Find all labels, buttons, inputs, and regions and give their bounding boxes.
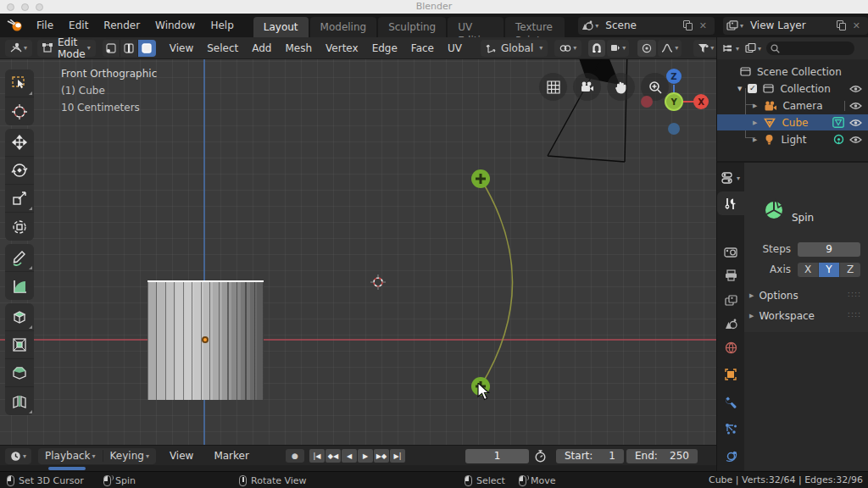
scene-copy-icon[interactable] [683,20,693,30]
tab-view-layer[interactable] [717,289,744,311]
tab-object[interactable] [717,363,744,385]
playback-menu[interactable]: Playback [38,450,103,462]
cube-expand-arrow[interactable] [753,119,757,126]
view-layer-selector[interactable]: View Layer [723,17,868,35]
jump-to-start-button[interactable]: |◀ [309,449,325,463]
collection-checkbox[interactable] [748,84,757,93]
view-layer-remove-button[interactable] [849,20,865,31]
tool-add-cube[interactable] [5,303,34,331]
tab-tool[interactable] [717,191,744,215]
outliner-row-cube[interactable]: Cube [717,114,868,130]
menu-select[interactable]: Select [200,42,245,54]
axis-gizmo[interactable]: Z X Y [632,66,716,151]
workspace-grip[interactable] [848,310,861,319]
options-section-header[interactable]: Options [749,290,798,302]
tab-render[interactable] [717,241,744,263]
properties-editor-type-selector[interactable] [717,169,744,186]
snap-settings-dropdown[interactable] [607,40,629,57]
transform-orientation-selector[interactable]: Global [481,40,548,57]
scene-unlink-button[interactable] [695,20,711,31]
auto-keying-record-button[interactable] [286,449,304,463]
editor-type-selector[interactable] [5,40,32,57]
tab-output[interactable] [717,264,744,286]
outliner-filter-dropdown[interactable] [745,43,761,53]
outliner-display-mode-dropdown[interactable] [722,43,739,53]
timeline-view-menu[interactable]: View [163,450,200,462]
blender-logo-icon[interactable] [7,19,24,31]
tool-measure[interactable] [5,272,34,300]
edge-select-mode-button[interactable] [120,40,138,57]
current-frame-field[interactable]: 1 [465,449,529,463]
scene-name[interactable]: Scene [598,19,680,31]
menu-mesh[interactable]: Mesh [278,42,319,54]
proportional-editing-toggle[interactable] [637,40,656,57]
visibility-filter-dropdown[interactable] [693,40,718,57]
camera-label[interactable]: Camera [782,100,844,112]
menu-face[interactable]: Face [404,42,441,54]
timeline-scrollbar[interactable] [0,465,716,471]
workspace-section-header[interactable]: Workspace [749,310,815,322]
tool-scale[interactable] [5,185,34,213]
camera-wireframe[interactable] [0,59,716,445]
menu-edit[interactable]: Edit [61,16,96,35]
grid-overlay-icon[interactable] [539,73,567,101]
view-layer-copy-icon[interactable] [837,20,846,30]
pivot-point-selector[interactable] [554,40,581,57]
tab-modifiers[interactable] [717,391,744,413]
tool-bevel[interactable] [5,359,34,387]
timeline-marker-menu[interactable]: Marker [207,450,255,462]
tool-inset-faces[interactable] [5,331,34,359]
cube-label[interactable]: Cube [782,117,832,129]
scene-selector[interactable]: Scene [578,17,715,35]
options-grip[interactable] [848,290,861,298]
collection-label[interactable]: Collection [780,83,849,95]
next-keyframe-button[interactable]: ▶◆ [374,449,389,463]
tab-physics[interactable] [717,445,744,467]
play-reverse-button[interactable]: ◀ [342,449,357,463]
timeline-editor-type-selector[interactable] [5,448,31,464]
vertex-select-mode-button[interactable] [103,40,120,57]
scene-collection-label[interactable]: Scene Collection [757,66,842,78]
end-frame-field[interactable]: End: 250 [626,449,698,463]
jump-to-end-button[interactable]: ▶| [390,449,405,463]
proportional-falloff-dropdown[interactable] [658,40,682,57]
menu-edge[interactable]: Edge [365,42,404,54]
steps-value-field[interactable]: 9 [798,242,860,257]
menu-add[interactable]: Add [245,42,278,54]
play-button[interactable]: ▶ [358,449,373,463]
eye-icon[interactable] [849,119,862,127]
menu-help[interactable]: Help [203,16,241,35]
workspace-tab-modeling[interactable]: Modeling [310,17,377,37]
axis-x-button[interactable]: X [798,263,819,277]
snap-toggle[interactable] [588,40,605,57]
eye-icon[interactable] [849,136,862,144]
light-label[interactable]: Light [781,134,833,146]
axis-z-button[interactable]: Z [840,263,860,277]
tool-loop-cut[interactable] [5,387,34,415]
tool-transform[interactable] [5,213,34,241]
view-layer-name[interactable]: View Layer [743,19,834,31]
eye-icon[interactable] [849,85,862,93]
outliner-search-field[interactable] [766,42,854,55]
menu-render[interactable]: Render [96,16,147,35]
face-select-mode-button[interactable] [138,40,156,57]
camera-expand-arrow[interactable] [753,103,757,109]
spin-gizmo[interactable] [458,161,559,398]
menu-uv[interactable]: UV [441,42,469,54]
eye-icon[interactable] [849,102,862,110]
prev-keyframe-button[interactable]: ◆◀ [326,449,341,463]
start-frame-field[interactable]: Start: 1 [556,449,624,463]
light-expand-arrow[interactable] [753,136,757,143]
tool-annotate[interactable] [5,244,34,272]
tool-select-box[interactable] [5,69,34,97]
outliner-row-camera[interactable]: Camera [717,97,868,114]
menu-view[interactable]: View [163,42,200,54]
menu-file[interactable]: File [29,16,61,35]
axis-y-button[interactable]: Y [819,263,840,277]
tab-particles[interactable] [717,418,744,440]
tab-world[interactable] [717,336,744,358]
outliner-row-light[interactable]: Light [717,131,868,147]
outliner-row-collection[interactable]: Collection [717,80,868,97]
menu-window[interactable]: Window [147,16,203,35]
outliner-row-scene-collection[interactable]: Scene Collection [717,64,868,80]
